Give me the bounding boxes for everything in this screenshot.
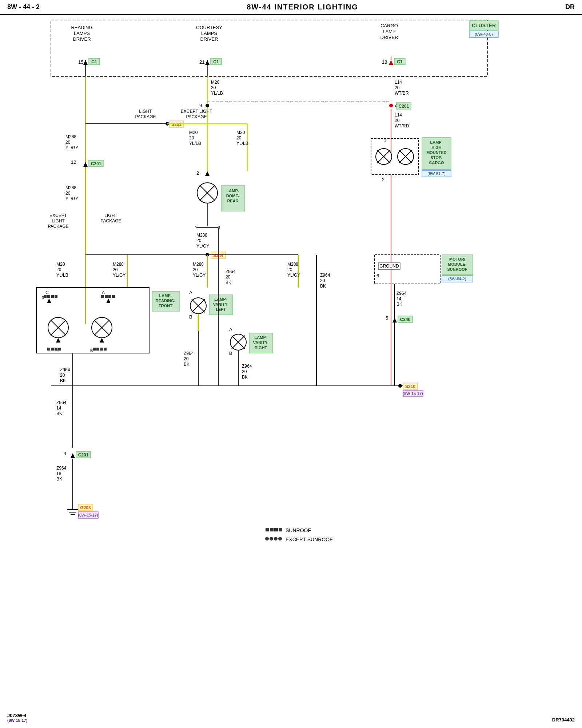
svg-rect-117 <box>112 295 115 298</box>
svg-text:BK: BK <box>242 375 248 380</box>
ground-label: GROUND <box>379 264 399 269</box>
svg-rect-116 <box>108 295 111 298</box>
page-footer: J078W-4 (8W-15-17) DR704402 <box>7 713 575 723</box>
svg-text:BK: BK <box>226 280 231 285</box>
reading-lamps-label: READING <box>71 25 92 30</box>
svg-point-232 <box>265 537 269 541</box>
svg-text:14: 14 <box>396 296 402 301</box>
svg-rect-158 <box>371 138 418 175</box>
motor-module-label: MOTOR/ <box>449 257 465 261</box>
svg-text:REAR: REAR <box>227 199 238 203</box>
svg-text:LAMPS: LAMPS <box>74 31 90 36</box>
svg-rect-228 <box>266 528 269 531</box>
c201-4-label: C201 <box>78 452 89 458</box>
svg-text:M20: M20 <box>56 262 65 267</box>
g203-ref: (8W-15-17) <box>78 513 98 517</box>
svg-text:Z964: Z964 <box>56 466 67 471</box>
svg-text:20: 20 <box>113 267 118 272</box>
svg-text:READING-: READING- <box>156 298 176 303</box>
svg-text:M288: M288 <box>287 262 298 267</box>
svg-text:LAMP: LAMP <box>383 29 395 34</box>
g203-label: G203 <box>80 505 91 510</box>
svg-point-33 <box>389 104 393 107</box>
svg-text:15: 15 <box>78 59 83 65</box>
svg-text:FRONT: FRONT <box>159 304 172 308</box>
svg-text:M288: M288 <box>196 233 207 238</box>
svg-marker-15 <box>205 60 210 65</box>
svg-rect-137 <box>104 348 107 351</box>
s310-ref: (8W-15-17) <box>403 391 423 396</box>
svg-rect-134 <box>93 348 96 351</box>
svg-rect-135 <box>96 348 99 351</box>
svg-text:YL/LB: YL/LB <box>189 141 201 146</box>
svg-text:20: 20 <box>287 267 292 272</box>
svg-text:YL/GY: YL/GY <box>65 145 78 150</box>
svg-text:M288: M288 <box>65 134 76 139</box>
svg-text:PACKAGE: PACKAGE <box>100 218 121 223</box>
svg-text:20: 20 <box>395 118 400 123</box>
footer-left: J078W-4 (8W-15-17) <box>7 713 27 723</box>
svg-text:RIGHT: RIGHT <box>255 345 267 350</box>
svg-text:BK: BK <box>56 411 62 416</box>
svg-text:M20: M20 <box>211 80 220 85</box>
lamp-dome-rear-label: LAMP- <box>227 189 239 193</box>
svg-text:14: 14 <box>56 405 61 411</box>
svg-text:Z964: Z964 <box>396 291 407 296</box>
svg-text:WT/RD: WT/RD <box>395 123 409 128</box>
svg-text:LIGHT: LIGHT <box>52 218 65 223</box>
svg-text:SUNROOF: SUNROOF <box>447 267 467 272</box>
svg-text:STOP/: STOP/ <box>431 155 443 160</box>
svg-text:21: 21 <box>199 59 204 65</box>
svg-text:YL/LB: YL/LB <box>56 273 68 278</box>
svg-rect-111 <box>47 295 50 298</box>
svg-marker-60 <box>83 162 88 167</box>
svg-rect-231 <box>279 528 282 531</box>
svg-text:20: 20 <box>226 274 231 280</box>
svg-text:Z964: Z964 <box>184 351 194 356</box>
svg-text:VANITY-: VANITY- <box>253 340 269 345</box>
svg-text:Z964: Z964 <box>60 367 70 372</box>
svg-text:20: 20 <box>196 238 202 243</box>
svg-text:20: 20 <box>56 267 61 272</box>
svg-text:LIGHT: LIGHT <box>139 109 152 114</box>
svg-text:BK: BK <box>60 378 66 383</box>
motor-ref: (8W-64-2) <box>448 277 466 281</box>
footer-ref: (8W-15-17) <box>7 718 27 723</box>
lamp-vanity-left-label: LAMP- <box>215 297 227 301</box>
svg-text:M20: M20 <box>189 130 198 135</box>
svg-rect-230 <box>274 528 278 531</box>
svg-text:A: A <box>189 290 192 295</box>
svg-rect-132 <box>55 348 57 351</box>
svg-text:PACKAGE: PACKAGE <box>48 224 68 229</box>
svg-text:BK: BK <box>56 476 62 482</box>
svg-text:20: 20 <box>65 140 71 145</box>
c201-12-label: C201 <box>91 161 101 166</box>
svg-text:L14: L14 <box>395 112 402 118</box>
svg-text:DRIVER: DRIVER <box>200 36 218 42</box>
svg-text:LAMPS: LAMPS <box>201 31 217 36</box>
svg-marker-119 <box>106 298 111 303</box>
svg-text:PACKAGE: PACKAGE <box>186 114 207 119</box>
c201-7-label: C201 <box>399 104 409 109</box>
svg-text:YL/LB: YL/LB <box>211 91 223 96</box>
svg-point-233 <box>270 537 273 541</box>
svg-text:VANITY-: VANITY- <box>213 302 229 306</box>
svg-text:Z964: Z964 <box>226 269 236 274</box>
svg-text:20: 20 <box>320 278 325 283</box>
svg-text:18: 18 <box>382 59 387 65</box>
svg-text:M20: M20 <box>236 130 245 135</box>
cluster-label: CLUSTER <box>472 23 496 28</box>
svg-text:M288: M288 <box>113 262 124 267</box>
svg-text:2: 2 <box>382 177 384 182</box>
svg-text:B: B <box>189 314 192 320</box>
svg-text:YL/GY: YL/GY <box>196 244 209 249</box>
svg-text:EXCEPT LIGHT: EXCEPT LIGHT <box>181 109 212 114</box>
svg-text:CARGO: CARGO <box>429 161 444 165</box>
s301-label: S301 <box>171 122 182 127</box>
svg-text:YL/LB: YL/LB <box>236 141 248 146</box>
svg-point-31 <box>206 104 209 107</box>
c1-18-label: C1 <box>397 59 403 64</box>
svg-text:BK: BK <box>396 302 402 307</box>
svg-text:YL/GY: YL/GY <box>193 273 206 278</box>
svg-text:20: 20 <box>65 191 71 196</box>
